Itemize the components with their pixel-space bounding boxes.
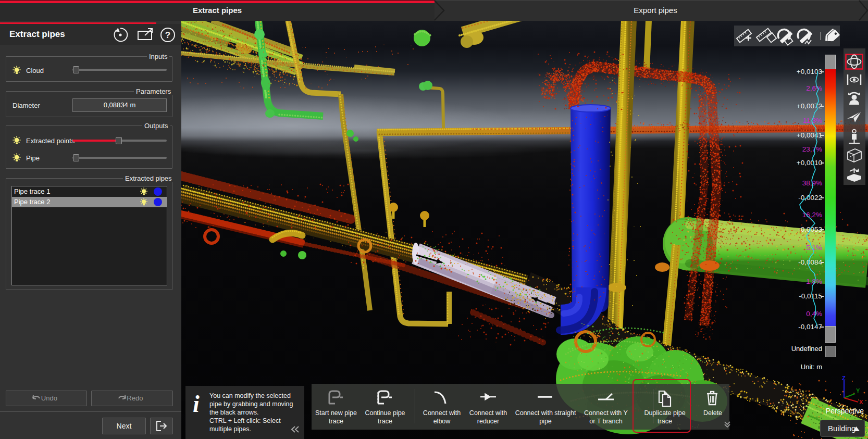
svg-text:X: X xyxy=(859,399,863,405)
svg-text:?: ? xyxy=(165,30,170,40)
svg-text:Y: Y xyxy=(856,387,860,394)
svg-text:Z: Z xyxy=(842,375,846,381)
